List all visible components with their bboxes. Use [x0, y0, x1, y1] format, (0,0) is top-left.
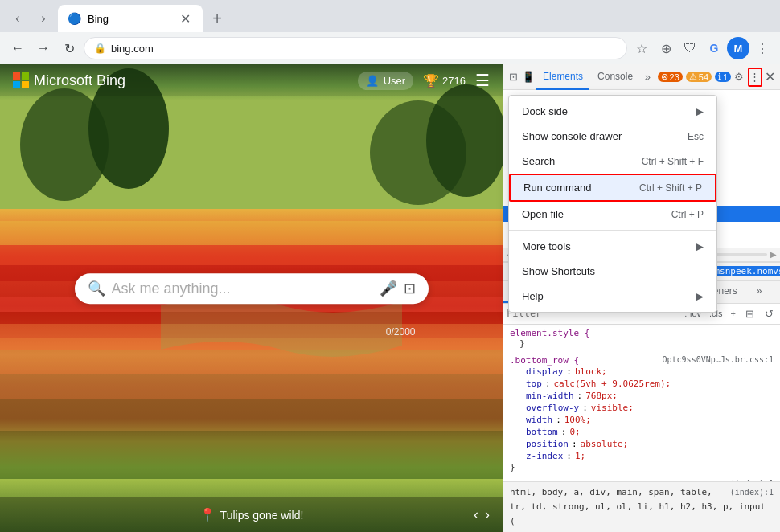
- devtools-toolbar: ⊡ 📱 Elements Console » ⊗ 23 ⚠ 54 ℹ 1 ⚙ ⋮…: [503, 64, 780, 90]
- bing-header: Microsoft Bing 👤 User 🏆 2716 ☰: [0, 64, 503, 96]
- menu-item-more-tools[interactable]: More tools ▶: [509, 234, 716, 259]
- menu-item-open-file[interactable]: Open file Ctrl + P: [509, 202, 716, 227]
- style-bottom: bottom: 0;: [519, 426, 774, 438]
- menu-item-dock-side[interactable]: Dock side ▶: [509, 99, 716, 124]
- close-devtools-icon[interactable]: ✕: [764, 68, 778, 87]
- tab-close-button[interactable]: ✕: [177, 10, 193, 27]
- rewards-count: 2716: [442, 75, 466, 87]
- carousel-next[interactable]: ›: [485, 506, 490, 523]
- svg-rect-7: [0, 245, 503, 265]
- element-style-rule: element.style { }: [510, 328, 774, 349]
- menu-item-shortcuts[interactable]: Show Shortcuts: [509, 259, 716, 284]
- user-label: User: [384, 75, 405, 87]
- user-button[interactable]: 👤 User: [358, 72, 413, 90]
- tab-group-back[interactable]: ‹: [6, 7, 29, 30]
- svg-rect-14: [0, 350, 503, 374]
- extensions-icon[interactable]: ⊕: [655, 37, 677, 59]
- device-toolbar-icon[interactable]: 📱: [522, 68, 536, 87]
- style-source-1: Optc9ss0VNp…Js.br.css:1: [663, 355, 774, 366]
- back-button[interactable]: ←: [6, 37, 29, 59]
- browserwall-icon[interactable]: 🛡: [679, 37, 701, 59]
- console-drawer-shortcut: Esc: [688, 131, 704, 142]
- profile-avatar[interactable]: M: [727, 37, 749, 59]
- help-arrow: ▶: [696, 290, 704, 302]
- address-bar[interactable]: 🔒 bing.com: [84, 37, 627, 59]
- microsoft-logo: [13, 72, 29, 88]
- style-display: display: block;: [519, 366, 774, 378]
- browser-tab-bing[interactable]: 🔵 Bing ✕: [58, 5, 203, 32]
- ms-square-green: [22, 72, 29, 80]
- tab-more-styles[interactable]: »: [747, 280, 772, 303]
- menu-label-help: Help: [522, 290, 544, 302]
- carousel-prev[interactable]: ‹: [474, 506, 478, 523]
- google-icon[interactable]: G: [703, 37, 725, 59]
- add-style-button[interactable]: +: [729, 308, 738, 319]
- tab-elements[interactable]: Elements: [536, 64, 589, 90]
- menu-label-search: Search: [522, 155, 555, 167]
- computed-panel-icon[interactable]: ⊟: [741, 305, 757, 321]
- user-icon: 👤: [366, 75, 379, 87]
- camera-icon[interactable]: ⊡: [404, 280, 416, 297]
- search-icon: 🔍: [88, 280, 105, 297]
- bottom-row-rule: .bottom_row { Optc9ss0VNp…Js.br.css:1 di…: [510, 355, 774, 473]
- forward-button[interactable]: →: [32, 37, 55, 59]
- ms-square-red: [13, 72, 20, 80]
- more-options-icon[interactable]: ⋮: [748, 68, 762, 87]
- bing-logo: Microsoft Bing: [13, 72, 125, 89]
- address-bar-row: ← → ↻ 🔒 bing.com ☆ ⊕ 🛡 G M ⋮: [0, 32, 780, 64]
- bottom-html-text: html, body, a, div, main, span, table,: [510, 485, 712, 500]
- menu-label-console-drawer: Show console drawer: [522, 130, 622, 142]
- inspect-element-icon[interactable]: ⊡: [507, 68, 520, 87]
- bottom-html: html, body, a, div, main, span, table, (…: [503, 481, 780, 532]
- svg-rect-16: [0, 399, 503, 431]
- error-icon: ⊗: [661, 72, 668, 82]
- style-zindex: z-index: 1;: [519, 450, 774, 462]
- new-tab-button[interactable]: +: [206, 7, 228, 30]
- menu-label-run-command: Run command: [523, 182, 592, 194]
- info-icon: ℹ: [718, 72, 721, 82]
- menu-item-help[interactable]: Help ▶: [509, 284, 716, 309]
- tab-favicon: 🔵: [68, 12, 81, 25]
- bottom-html-text2: tr, td, strong, ul, ol, li, h1, h2, h3, …: [510, 501, 766, 526]
- search-box-container: 🔍 Ask me anything... 🎤 ⊡ 0/2000: [75, 273, 429, 318]
- menu-item-run-command[interactable]: Run command Ctrl + Shift + P: [509, 174, 716, 202]
- microphone-icon[interactable]: 🎤: [380, 280, 397, 297]
- search-box[interactable]: 🔍 Ask me anything... 🎤 ⊡: [75, 273, 429, 304]
- ms-square-blue: [13, 81, 20, 88]
- search-input[interactable]: Ask me anything...: [112, 280, 373, 297]
- context-menu: Dock side ▶ Show console drawer Esc Sear…: [508, 95, 717, 313]
- svg-rect-17: [0, 431, 503, 479]
- toolbar-icons: ☆ ⊕ 🛡 G M ⋮: [630, 37, 774, 59]
- styles-content: element.style { } .bottom_row { Optc9ss0…: [503, 325, 780, 482]
- trophy-icon: 🏆: [423, 73, 439, 88]
- hamburger-menu[interactable]: ☰: [475, 71, 490, 90]
- more-tabs-icon[interactable]: »: [641, 68, 655, 87]
- bing-header-right: 👤 User 🏆 2716 ☰: [358, 71, 490, 90]
- settings-icon[interactable]: ⚙: [733, 68, 746, 87]
- refresh-button[interactable]: ↻: [58, 37, 80, 59]
- bookmarks-star-icon[interactable]: ☆: [630, 37, 653, 59]
- menu-label-shortcuts: Show Shortcuts: [522, 265, 595, 277]
- browser-chrome: ‹ › 🔵 Bing ✕ + ← → ↻ 🔒 bing.com ☆ ⊕ 🛡 G …: [0, 0, 780, 64]
- menu-icon[interactable]: ⋮: [751, 37, 774, 59]
- tab-group-forward[interactable]: ›: [32, 7, 55, 30]
- search-shortcut: Ctrl + Shift + F: [642, 156, 704, 167]
- location-tag: 📍 Tulips gone wild!: [199, 507, 304, 522]
- warning-icon: ⚠: [689, 72, 697, 82]
- carousel-buttons: ‹ ›: [474, 506, 490, 523]
- more-tools-arrow: ▶: [696, 240, 704, 252]
- char-count: 0/2000: [62, 326, 416, 338]
- location-icon: 📍: [199, 507, 216, 522]
- menu-divider: [509, 230, 716, 231]
- search-box-icons: 🎤 ⊡: [380, 280, 416, 297]
- tab-console[interactable]: Console: [591, 64, 639, 90]
- rewards-button[interactable]: 🏆 2716: [423, 73, 466, 88]
- style-width: width: 100%;: [519, 414, 774, 426]
- bing-footer: 📍 Tulips gone wild! ‹ ›: [0, 497, 503, 532]
- run-command-shortcut: Ctrl + Shift + P: [639, 182, 702, 194]
- menu-item-console-drawer[interactable]: Show console drawer Esc: [509, 124, 716, 149]
- refresh-styles-icon[interactable]: ↺: [761, 305, 777, 321]
- info-badge: ℹ 1: [715, 72, 731, 82]
- footer-text: Tulips gone wild!: [220, 509, 304, 522]
- menu-item-search[interactable]: Search Ctrl + Shift + F: [509, 149, 716, 174]
